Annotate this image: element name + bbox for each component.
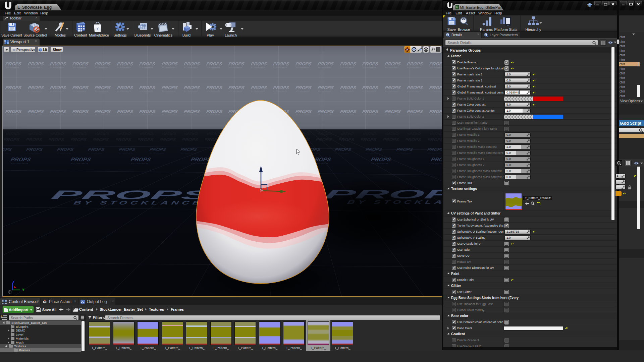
svg-text:?: ? xyxy=(9,291,11,294)
svg-text:Y: Y xyxy=(22,288,24,292)
